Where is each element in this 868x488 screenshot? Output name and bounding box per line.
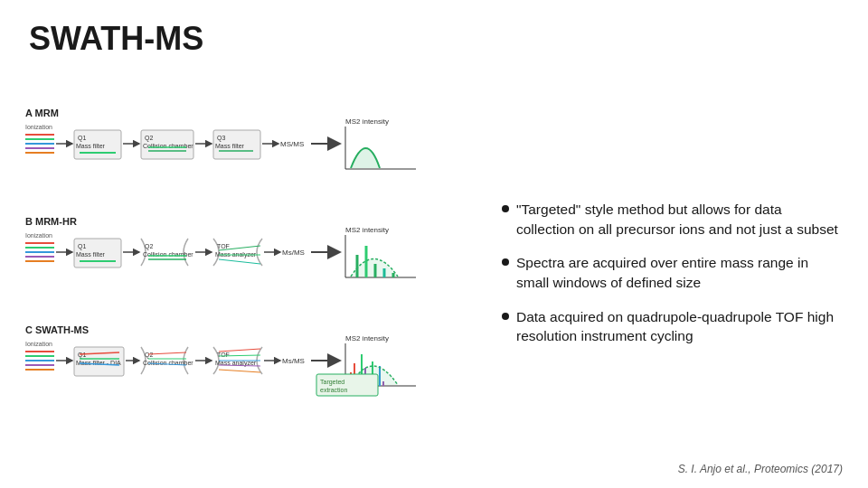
list-item: Spectra are acquired over entire mass ra…	[502, 253, 841, 292]
svg-text:Ms/MS: Ms/MS	[282, 249, 305, 257]
bullet-dot	[502, 258, 509, 266]
text-panel: "Targeted" style method but allows for d…	[497, 67, 850, 479]
svg-line-90	[219, 370, 260, 372]
svg-text:MS2 intensity: MS2 intensity	[345, 226, 389, 234]
bullet-dot	[502, 205, 509, 212]
slide: SWATH-MS A MRM Ionization Q1 Mass fil	[0, 0, 868, 488]
svg-text:MS/MS: MS/MS	[280, 140, 304, 148]
svg-text:Mass filter: Mass filter	[76, 143, 106, 149]
bullet-dot	[502, 313, 509, 320]
svg-text:Ionization: Ionization	[25, 124, 52, 130]
svg-text:Q1: Q1	[78, 243, 86, 250]
citation: S. I. Anjo et al., Proteomics (2017)	[678, 463, 843, 475]
diagram-svg: A MRM Ionization Q1 Mass filter	[18, 97, 488, 449]
svg-text:Q1: Q1	[78, 352, 86, 359]
list-item: "Targeted" style method but allows for d…	[502, 200, 841, 239]
svg-text:TOF: TOF	[217, 352, 230, 358]
svg-text:Mass filter: Mass filter	[76, 251, 106, 258]
bullet-list: "Targeted" style method but allows for d…	[502, 200, 841, 346]
bullet-text-1: "Targeted" style method but allows for d…	[516, 200, 841, 239]
svg-text:Q3: Q3	[217, 135, 225, 142]
svg-line-86	[219, 349, 260, 352]
svg-text:MS2 intensity: MS2 intensity	[345, 334, 389, 343]
svg-text:Q1: Q1	[78, 135, 86, 142]
svg-text:A  MRM: A MRM	[25, 108, 59, 118]
content-area: A MRM Ionization Q1 Mass filter	[0, 67, 868, 488]
diagram-panel: A MRM Ionization Q1 Mass filter	[18, 67, 488, 479]
bullet-text-2: Spectra are acquired over entire mass ra…	[516, 253, 841, 292]
svg-text:MS2 intensity: MS2 intensity	[345, 117, 389, 126]
svg-text:extraction: extraction	[320, 387, 347, 393]
svg-text:Q2: Q2	[145, 352, 153, 359]
page-title: SWATH-MS	[0, 0, 868, 67]
svg-text:Ionization: Ionization	[25, 341, 52, 347]
svg-text:B  MRM-HR: B MRM-HR	[25, 216, 77, 227]
svg-text:Ionization: Ionization	[25, 232, 52, 239]
svg-line-80	[148, 352, 186, 354]
svg-text:Q2: Q2	[145, 135, 153, 142]
svg-text:Targeted: Targeted	[320, 379, 344, 386]
svg-text:C  SWATH-MS: C SWATH-MS	[25, 324, 89, 335]
svg-text:Mass filter: Mass filter	[215, 143, 245, 149]
svg-text:Collision chamber: Collision chamber	[143, 251, 193, 258]
svg-text:Collision chamber: Collision chamber	[143, 143, 193, 149]
bullet-text-3: Data acquired on quadrupole-quadrupole T…	[516, 307, 841, 346]
svg-text:TOF: TOF	[217, 243, 230, 249]
svg-line-51	[219, 259, 260, 264]
list-item: Data acquired on quadrupole-quadrupole T…	[502, 307, 841, 346]
svg-text:Ms/MS: Ms/MS	[282, 357, 305, 365]
svg-text:Q2: Q2	[145, 243, 153, 250]
